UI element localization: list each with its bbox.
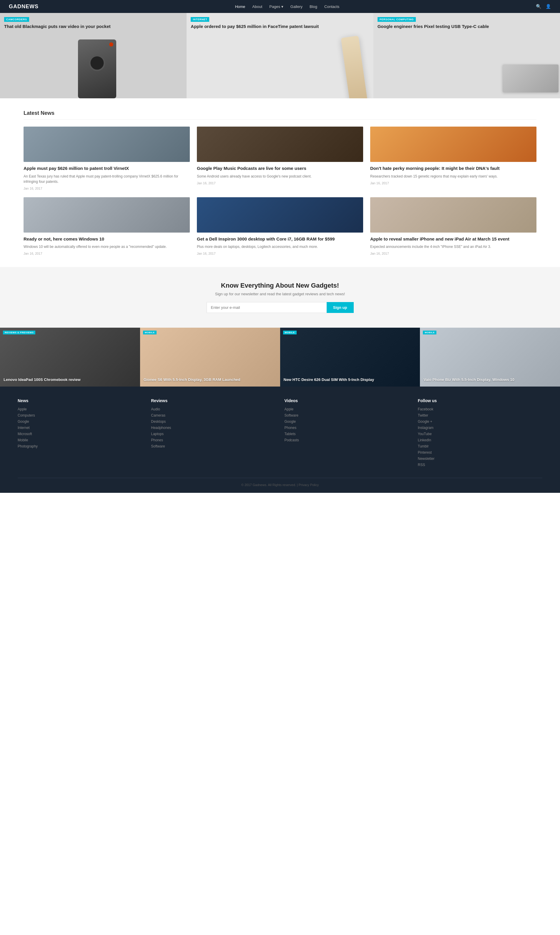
footer-news-photography[interactable]: Photography	[18, 444, 142, 448]
footer-news-google[interactable]: Google	[18, 419, 142, 424]
footer-reviews-audio[interactable]: Audio	[151, 407, 275, 411]
footer-col-news: News Apple Computers Google Internet Mic…	[18, 398, 142, 469]
hero-section: CAMCORDERS That old Blackmagic puts raw …	[0, 13, 560, 98]
featured-section: REVIEWS & PREVIEWS Lenovo IdeaPad 100S C…	[0, 328, 560, 387]
hero-image-cam	[78, 40, 116, 98]
newsletter-signup-button[interactable]: Sign up	[327, 302, 354, 313]
footer-follow-pinterest[interactable]: Pinterest	[418, 450, 542, 454]
footer-reviews-cameras[interactable]: Cameras	[151, 413, 275, 417]
featured-title-3: New HTC Desire 626 Dual SIM With 5-Inch …	[284, 377, 417, 382]
nav-contacts[interactable]: Contacts	[324, 5, 339, 9]
footer-col-videos: Videos Apple Software Google Phones Tabl…	[285, 398, 409, 469]
navbar: GADNEWS Home About Pages ▾ Gallery Blog …	[0, 0, 560, 13]
news-grid: Apple must pay $626 million to patent tr…	[23, 126, 537, 255]
footer-follow-title: Follow us	[418, 398, 542, 403]
footer-news-computers[interactable]: Computers	[18, 413, 142, 417]
footer-videos-title: Videos	[285, 398, 409, 403]
featured-badge-3: MOBILE	[283, 331, 297, 334]
nav-logo: GADNEWS	[9, 3, 38, 10]
footer-videos-tablets[interactable]: Tablets	[285, 432, 409, 436]
footer-reviews-software[interactable]: Software	[151, 444, 275, 448]
search-icon[interactable]: 🔍	[536, 4, 542, 9]
featured-panel-3[interactable]: MOBILE New HTC Desire 626 Dual SIM With …	[280, 328, 420, 387]
hero-badge-2: INTERNET	[191, 17, 209, 22]
featured-panel-1[interactable]: REVIEWS & PREVIEWS Lenovo IdeaPad 100S C…	[0, 328, 140, 387]
hero-panel-3[interactable]: PERSONAL COMPUTING Google engineer fries…	[374, 13, 560, 98]
footer-videos-apple[interactable]: Apple	[285, 407, 409, 411]
news-title-1: Apple must pay $626 million to patent tr…	[23, 165, 190, 171]
hero-panel-2[interactable]: INTERNET Apple ordered to pay $625 milli…	[186, 13, 373, 98]
footer-follow-facebook[interactable]: Facebook	[418, 407, 542, 411]
footer-copyright: © 2017 Gadnews. All Rights reserved. | P…	[241, 483, 319, 487]
footer-follow-rss[interactable]: RSS	[418, 463, 542, 467]
news-title-5: Get a Dell Inspiron 3000 desktop with Co…	[197, 236, 363, 242]
footer-follow-linkedin[interactable]: LinkedIn	[418, 438, 542, 442]
news-date-2: Jan 16, 2017	[197, 181, 363, 185]
footer-follow-twitter[interactable]: Twitter	[418, 413, 542, 417]
news-card-2[interactable]: Google Play Music Podcasts are live for …	[197, 126, 363, 190]
footer-news-mobile[interactable]: Mobile	[18, 438, 142, 442]
featured-badge-1: REVIEWS & PREVIEWS	[3, 331, 35, 334]
hero-title-3: Google engineer fries Pixel testing USB …	[378, 23, 556, 29]
footer-videos-software[interactable]: Software	[285, 413, 409, 417]
hero-image-laptop	[503, 65, 558, 92]
news-img-1	[23, 126, 190, 162]
footer-reviews-headphones[interactable]: Headphones	[151, 426, 275, 430]
hero-panel-1[interactable]: CAMCORDERS That old Blackmagic puts raw …	[0, 13, 186, 98]
news-excerpt-4: Windows 10 will be automatically offered…	[23, 244, 190, 250]
hero-badge-3: PERSONAL COMPUTING	[378, 17, 416, 22]
user-icon[interactable]: 👤	[546, 4, 551, 9]
news-excerpt-6: Expected announcements include the 4-inc…	[370, 244, 537, 250]
footer-news-apple[interactable]: Apple	[18, 407, 142, 411]
nav-pages[interactable]: Pages ▾	[269, 5, 283, 9]
footer-col-follow: Follow us Facebook Twitter Google + Inst…	[418, 398, 542, 469]
news-card-3[interactable]: Don't hate perky morning people: It migh…	[370, 126, 537, 190]
news-excerpt-5: Plus more deals on laptops, desktops, Lo…	[197, 244, 363, 250]
nav-home[interactable]: Home	[235, 5, 245, 9]
footer-reviews-title: Reviews	[151, 398, 275, 403]
hero-title-1: That old Blackmagic puts raw video in yo…	[4, 23, 182, 29]
footer-grid: News Apple Computers Google Internet Mic…	[18, 398, 542, 469]
footer-follow-newsletter[interactable]: Newsletter	[418, 457, 542, 461]
footer-follow-links: Facebook Twitter Google + Instagram YouT…	[418, 407, 542, 467]
news-card-5[interactable]: Get a Dell Inspiron 3000 desktop with Co…	[197, 197, 363, 256]
footer-follow-instagram[interactable]: Instagram	[418, 426, 542, 430]
news-card-1[interactable]: Apple must pay $626 million to patent tr…	[23, 126, 190, 190]
news-img-5	[197, 197, 363, 233]
footer-reviews-laptops[interactable]: Laptops	[151, 432, 275, 436]
latest-news-section: Latest News Apple must pay $626 million …	[0, 98, 560, 267]
footer-news-title: News	[18, 398, 142, 403]
footer-col-reviews: Reviews Audio Cameras Desktops Headphone…	[151, 398, 275, 469]
footer-follow-youtube[interactable]: YouTube	[418, 432, 542, 436]
footer-news-internet[interactable]: Internet	[18, 426, 142, 430]
news-card-4[interactable]: Ready or not, here comes Windows 10 Wind…	[23, 197, 190, 256]
footer-news-links: Apple Computers Google Internet Microsof…	[18, 407, 142, 448]
featured-title-2: Gionee S6 With 5.5-Inch Display, 3GB RAM…	[144, 377, 277, 382]
footer-news-microsoft[interactable]: Microsoft	[18, 432, 142, 436]
nav-links: Home About Pages ▾ Gallery Blog Contacts	[235, 4, 340, 9]
news-img-2	[197, 126, 363, 162]
news-excerpt-1: An East Texas jury has ruled that Apple …	[23, 174, 190, 184]
footer-videos-podcasts[interactable]: Podcasts	[285, 438, 409, 442]
footer-reviews-desktops[interactable]: Desktops	[151, 419, 275, 424]
news-card-6[interactable]: Apple to reveal smaller iPhone and new i…	[370, 197, 537, 256]
news-date-5: Jan 16, 2017	[197, 252, 363, 255]
footer-follow-tumblr[interactable]: Tumblr	[418, 444, 542, 448]
latest-news-title: Latest News	[23, 110, 537, 120]
footer-videos-google[interactable]: Google	[285, 419, 409, 424]
footer-videos-phones[interactable]: Phones	[285, 426, 409, 430]
nav-about[interactable]: About	[252, 5, 262, 9]
footer-reviews-links: Audio Cameras Desktops Headphones Laptop…	[151, 407, 275, 448]
news-img-6	[370, 197, 537, 233]
news-title-6: Apple to reveal smaller iPhone and new i…	[370, 236, 537, 242]
featured-panel-4[interactable]: MOBILE Vaio Phone Biz With 5.5-Inch Disp…	[420, 328, 560, 387]
newsletter-email-input[interactable]	[206, 302, 327, 313]
hero-badge-1: CAMCORDERS	[4, 17, 29, 22]
newsletter-section: Know Everything About New Gadgets! Sign …	[0, 267, 560, 328]
featured-badge-2: MOBILE	[143, 331, 157, 334]
nav-blog[interactable]: Blog	[309, 5, 317, 9]
featured-panel-2[interactable]: MOBILE Gionee S6 With 5.5-Inch Display, …	[140, 328, 280, 387]
footer-follow-googleplus[interactable]: Google +	[418, 419, 542, 424]
footer-reviews-phones[interactable]: Phones	[151, 438, 275, 442]
nav-gallery[interactable]: Gallery	[291, 5, 303, 9]
